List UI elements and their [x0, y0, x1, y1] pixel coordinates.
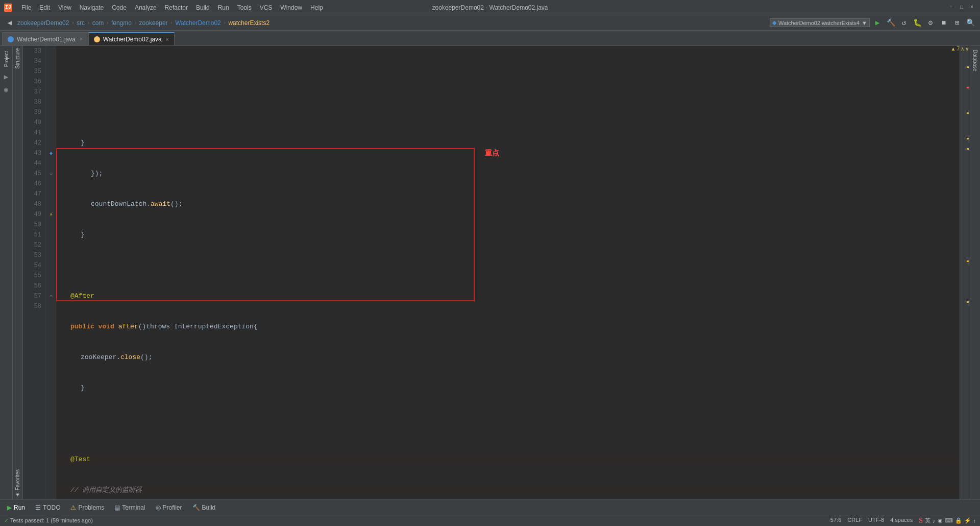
code-line-44: // 调用自定义的监听器	[58, 485, 958, 495]
scroll-marker-7	[967, 301, 969, 303]
back-button[interactable]: ◀	[4, 17, 15, 29]
structure-label[interactable]: Structure	[15, 48, 20, 69]
method-dropdown[interactable]: ◆ WatcherDemo02.watcherExists4 ▼	[770, 18, 870, 27]
gutter: ◆ ○ ⚡ ○	[46, 46, 56, 499]
menu-edit[interactable]: Edit	[36, 3, 53, 12]
menu-tools[interactable]: Tools	[234, 3, 255, 12]
menu-help[interactable]: Help	[307, 3, 326, 12]
toolbar-problems[interactable]: ⚠ Problems	[67, 503, 107, 512]
toolbar-build[interactable]: 🔨 Build	[189, 503, 219, 512]
red-label: 重点	[485, 148, 499, 158]
run-icon: ▶	[7, 504, 12, 511]
code-line-36: }	[58, 230, 958, 240]
menu-vcs[interactable]: VCS	[257, 3, 276, 12]
code-line-33: }	[58, 138, 958, 148]
breadcrumb-com[interactable]: com	[92, 19, 104, 27]
tab-watcherdemo01[interactable]: WatcherDemo01.java ×	[2, 32, 88, 45]
sonar-logo: S	[919, 517, 923, 525]
menu-view[interactable]: View	[55, 3, 75, 12]
minimize-button[interactable]: −	[947, 4, 955, 12]
toolbar-profiler[interactable]: ◎ Profiler	[153, 503, 185, 512]
problems-icon: ⚠	[70, 504, 76, 511]
status-message: ✓ Tests passed: 1 (59 minutes ago)	[4, 517, 93, 524]
sidebar-project[interactable]: Project	[2, 48, 11, 70]
bottom-toolbar: ▶ Run ☰ TODO ⚠ Problems ▤ Terminal ◎ Pro…	[0, 499, 980, 515]
breadcrumb-class[interactable]: WatcherDemo02	[175, 19, 221, 27]
menu-navigate[interactable]: Navigate	[77, 3, 107, 12]
menu-code[interactable]: Code	[109, 3, 130, 12]
maximize-button[interactable]: □	[958, 4, 966, 12]
warning-count: ▲▲ 77 ∧ ∨	[951, 46, 969, 52]
reload-button[interactable]: ↺	[898, 17, 910, 29]
toolbar-terminal[interactable]: ▤ Terminal	[111, 503, 148, 512]
cursor-position[interactable]: 57:6	[830, 517, 841, 525]
menu-file[interactable]: File	[18, 3, 34, 12]
toolbar-todo[interactable]: ☰ TODO	[32, 503, 63, 512]
status-bar: ✓ Tests passed: 1 (59 minutes ago) 57:6 …	[0, 515, 980, 526]
line-numbers: 33 34 35 36 37 38 39 40 41 42 43 44 45 4…	[23, 46, 46, 499]
menu-bar: File Edit View Navigate Code Analyze Ref…	[18, 3, 326, 12]
breadcrumb-fengmo[interactable]: fengmo	[111, 19, 132, 27]
code-container[interactable]: 33 34 35 36 37 38 39 40 41 42 43 44 45 4…	[23, 46, 970, 499]
tab-close-02[interactable]: ×	[166, 37, 169, 42]
code-line-37	[58, 260, 958, 271]
sidebar-icon-2[interactable]: ◉	[3, 84, 10, 95]
code-line-38: @After	[58, 291, 958, 301]
build-button[interactable]: 🔨	[885, 17, 896, 29]
code-line-35: countDownLatch.await();	[58, 199, 958, 209]
settings-button[interactable]: ⚙	[925, 17, 936, 29]
breadcrumb-src[interactable]: src	[77, 19, 85, 27]
close-button[interactable]: ×	[968, 4, 976, 12]
scroll-marker-4	[967, 138, 969, 139]
code-line-39: public void after()throws InterruptedExc…	[58, 322, 958, 332]
tab-icon-02	[94, 36, 100, 42]
menu-build[interactable]: Build	[193, 3, 213, 12]
profiler-icon: ◎	[156, 504, 161, 511]
editor-area: 33 34 35 36 37 38 39 40 41 42 43 44 45 4…	[23, 46, 970, 499]
code-line-40: zooKeeper.close();	[58, 352, 958, 363]
code-line-42	[58, 414, 958, 424]
code-line-41: }	[58, 383, 958, 393]
todo-icon: ☰	[35, 504, 41, 511]
nav-right: ◆ WatcherDemo02.watcherExists4 ▼ ▶ 🔨 ↺ 🐛…	[770, 17, 976, 29]
database-label[interactable]: Database	[972, 48, 978, 73]
terminal-icon: ▤	[114, 504, 120, 511]
breadcrumb-bar: ◀ zookeeperDemo02 › src › com › fengmo ›…	[0, 15, 980, 31]
indent[interactable]: 4 spaces	[890, 517, 913, 525]
tab-icon-01	[8, 36, 14, 42]
encoding[interactable]: UTF-8	[868, 517, 884, 525]
tab-bar: WatcherDemo01.java × WatcherDemo02.java …	[0, 31, 980, 46]
toolbar-run[interactable]: ▶ Run	[4, 503, 28, 512]
code-line-43: @Test	[58, 455, 958, 465]
right-scrollbar[interactable]: ▲▲ 77 ∧ ∨	[960, 46, 970, 499]
menu-analyze[interactable]: Analyze	[132, 3, 160, 12]
layout-button[interactable]: ⊞	[951, 17, 963, 29]
menu-run[interactable]: Run	[215, 3, 232, 12]
far-right-sidebar: Database	[970, 46, 980, 499]
breadcrumb-method[interactable]: watcherExists2	[228, 19, 270, 27]
scroll-marker-2	[967, 87, 969, 88]
structure-sidebar: Structure ★ Favorites	[13, 46, 23, 499]
run-button[interactable]: ▶	[872, 17, 883, 29]
stop-button[interactable]: ■	[938, 17, 949, 29]
search-button[interactable]: 🔍	[965, 17, 976, 29]
scroll-marker-1	[967, 66, 969, 68]
menu-refactor[interactable]: Refactor	[162, 3, 191, 12]
scroll-marker-3	[967, 112, 969, 114]
sonar-status: S 英 ♪ ◉ ⌨ 🔒 ⚡ ↑	[919, 517, 976, 525]
scroll-marker-6	[967, 260, 969, 262]
window-title: zookeeperDemo02 - WatcherDemo02.java	[432, 4, 548, 11]
tab-watcherdemo02[interactable]: WatcherDemo02.java ×	[88, 32, 175, 45]
line-ending[interactable]: CRLF	[847, 517, 862, 525]
favorites-label[interactable]: ★ Favorites	[15, 469, 20, 497]
main-area: Project ▶ ◉ Structure ★ Favorites 33 34 …	[0, 46, 980, 499]
breadcrumb-project[interactable]: zookeeperDemo02	[17, 19, 69, 27]
menu-window[interactable]: Window	[277, 3, 305, 12]
debug-button[interactable]: 🐛	[912, 17, 923, 29]
code-content[interactable]: 重点 } }); countDownLatch.await(); } @Afte…	[56, 46, 960, 499]
window-controls: − □ ×	[947, 4, 976, 12]
code-line-34: });	[58, 169, 958, 179]
sidebar-icon-1[interactable]: ▶	[3, 71, 10, 83]
breadcrumb-zookeeper[interactable]: zookeeper	[139, 19, 168, 27]
tab-close-01[interactable]: ×	[80, 36, 83, 42]
